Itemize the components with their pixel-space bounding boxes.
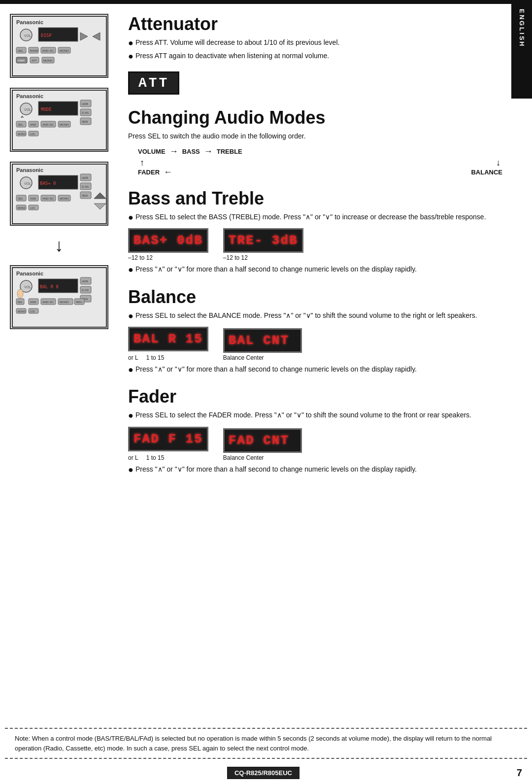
svg-text:BAND: BAND	[30, 49, 38, 52]
bass-led-text: BAS+ 0dB	[133, 234, 203, 247]
bottom-footer: CQ-R825/R805EUC 7	[0, 764, 532, 784]
svg-text:MONO: MONO	[60, 301, 69, 304]
svg-text:DISP: DISP	[41, 33, 52, 38]
svg-text:MONO: MONO	[60, 123, 69, 126]
mode-fader: FADER	[138, 169, 160, 176]
device-illustration-4: Panasonic VOL BAL R 8 HDB D.SS SEN SEL A…	[10, 265, 108, 329]
fader-body: ● Press SEL to select the FADER mode. Pr…	[128, 410, 502, 421]
svg-text:Panasonic: Panasonic	[16, 19, 43, 25]
balance-cnt-text: BAL CNT	[229, 334, 289, 347]
svg-text:ATT: ATT	[32, 59, 37, 62]
bass-led-screen: BAS+ 0dB	[128, 228, 208, 253]
attenuator-bullet2: ● Press ATT again to deactivate when lis…	[128, 51, 502, 62]
bullet-icon-7: ●	[128, 410, 133, 421]
mode-row-arrows: ↑ ↓	[138, 158, 502, 168]
svg-text:VOL: VOL	[24, 285, 31, 289]
fader-cnt-screen: FAD CNT	[223, 428, 302, 453]
bass-caption: –12 to 12	[128, 254, 153, 261]
svg-text:Panasonic: Panasonic	[16, 93, 43, 99]
svg-text:BAS+ 0: BAS+ 0	[40, 181, 56, 186]
svg-text:D.SS: D.SS	[82, 185, 89, 188]
balance-r-captions: or L 1 to 15	[128, 353, 164, 361]
right-content: Attenuator ● Press ATT. Volume will decr…	[118, 9, 532, 718]
svg-text:AND-SC: AND-SC	[42, 49, 54, 52]
mode-balance: BALANCE	[471, 169, 502, 176]
bass-display-block: BAS+ 0dB –12 to 12	[128, 228, 208, 261]
attenuator-body: ● Press ATT. Volume will decrease to abo…	[128, 37, 502, 63]
svg-text:Panasonic: Panasonic	[16, 167, 43, 173]
svg-text:Panasonic: Panasonic	[16, 271, 43, 276]
bullet-icon-4: ●	[128, 264, 133, 275]
svg-text:MONO: MONO	[43, 59, 53, 62]
svg-text:MONO: MONO	[18, 206, 26, 209]
mode-arrow-1: →	[169, 146, 178, 157]
svg-text:SEL: SEL	[18, 123, 24, 126]
up-arrow-col: ↑	[138, 158, 182, 168]
svg-point-98	[17, 289, 23, 298]
svg-text:MONO: MONO	[18, 133, 26, 136]
balance-bullet2: ● Press "∧" or "∨" for more than a half …	[128, 364, 502, 375]
balance-bullet1: ● Press SEL to select the BALANCE mode. …	[128, 310, 502, 322]
svg-rect-46	[12, 164, 106, 224]
svg-text:HDB: HDB	[82, 280, 88, 283]
bullet-icon-2: ●	[128, 51, 133, 62]
left-illustrations: Panasonic VOL DISP SEL BAND AND-SC MONO	[0, 9, 118, 718]
treble-led-screen: TRE- 3dB	[223, 228, 303, 253]
bass-treble-title: Bass and Treble	[128, 188, 502, 209]
bass-treble-section: Bass and Treble ● Press SEL to select th…	[128, 188, 502, 276]
svg-text:AND-SC: AND-SC	[42, 123, 54, 126]
fader-cnt-block: FAD CNT Balance Center	[223, 428, 302, 461]
fader-orl-caption: or L	[128, 454, 138, 461]
fader-r-text: FAD F 15	[133, 433, 203, 445]
svg-text:VOL: VOL	[24, 108, 31, 111]
mode-arrow-3: ←	[164, 167, 172, 177]
balance-title: Balance	[128, 287, 502, 307]
balance-r-screen: BAL R 15	[128, 327, 208, 351]
device-illustration-2: Panasonic VOL MODE HDB D.SS SEN SEL	[10, 88, 108, 152]
device-illustration-3: Panasonic VOL BAS+ 0 HDB D.SS SEN SEL AN…	[10, 162, 108, 226]
balance-body: ● Press SEL to select the BALANCE mode. …	[128, 310, 502, 322]
down-arrow-col: ↓	[212, 158, 502, 168]
top-bar	[0, 0, 532, 4]
fader-r-block: FAD F 15 or L 1 to 15	[128, 427, 208, 461]
bass-treble-body: ● Press SEL to select the BASS (TREBLE) …	[128, 212, 502, 223]
model-badge: CQ-R825/R805EUC	[227, 767, 299, 779]
svg-text:HDB: HDB	[82, 102, 88, 105]
treble-caption: –12 to 12	[223, 254, 248, 261]
balance-r-block: BAL R 15 or L 1 to 15	[128, 327, 208, 361]
audio-modes-title: Changing Audio Modes	[128, 107, 502, 128]
svg-text:SEN: SEN	[82, 120, 88, 123]
balance-cnt-screen: BAL CNT	[223, 328, 302, 353]
svg-text:SEL: SEL	[18, 197, 24, 200]
mode-row-bottom: FADER ← BALANCE	[138, 167, 502, 177]
svg-text:BAL R 8: BAL R 8	[40, 284, 59, 289]
svg-text:AND-SC: AND-SC	[42, 301, 54, 304]
balance-section: Balance ● Press SEL to select the BALANC…	[128, 287, 502, 376]
page-number: 7	[517, 767, 522, 779]
bullet-icon-5: ●	[128, 310, 133, 322]
svg-text:VOL: VOL	[24, 182, 31, 185]
up-arrow-icon: ↑	[140, 158, 144, 168]
balance-range-caption: 1 to 15	[146, 354, 165, 361]
attenuator-section: Attenuator ● Press ATT. Volume will decr…	[128, 14, 502, 97]
svg-text:AND: AND	[30, 197, 36, 200]
svg-text:HDB: HDB	[82, 176, 88, 179]
svg-text:D.SS: D.SS	[82, 289, 89, 292]
balance-cnt-block: BAL CNT Balance Center	[223, 328, 302, 361]
svg-rect-22	[12, 90, 106, 150]
spacer	[182, 158, 212, 168]
svg-text:LOC: LOC	[30, 133, 35, 136]
svg-text:AND-SC: AND-SC	[42, 197, 54, 200]
bullet-icon-1: ●	[128, 37, 133, 49]
svg-text:SEL: SEL	[17, 301, 23, 304]
attenuator-bullet1: ● Press ATT. Volume will decrease to abo…	[128, 37, 502, 49]
svg-text:MODE: MODE	[41, 107, 52, 112]
fader-bullet1: ● Press SEL to select the FADER mode. Pr…	[128, 410, 502, 421]
svg-text:SEL: SEL	[18, 49, 24, 52]
svg-text:MONO: MONO	[18, 310, 26, 313]
svg-text:LOC: LOC	[30, 310, 35, 313]
balance-orl-caption: or L	[128, 354, 138, 361]
att-display-container: ATT	[128, 68, 502, 97]
svg-text:MONO: MONO	[60, 49, 69, 52]
svg-text:PWR: PWR	[18, 59, 25, 62]
